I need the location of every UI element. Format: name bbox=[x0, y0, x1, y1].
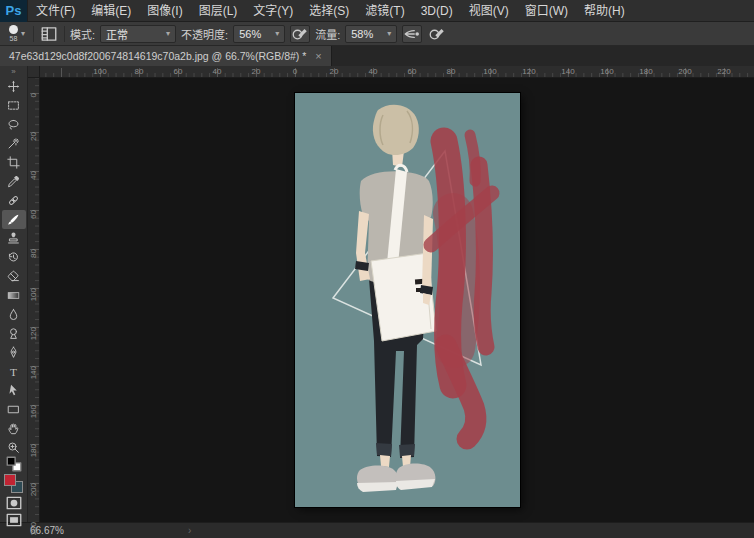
rectangular-marquee-tool[interactable] bbox=[2, 96, 26, 115]
clone-stamp-tool[interactable] bbox=[2, 229, 26, 248]
ruler-label: 200 bbox=[29, 483, 38, 496]
options-bar: 58 ▾ 模式: 正常 ▾ 不透明度: 56% ▾ 流量: 58% ▾ bbox=[0, 22, 754, 46]
document-canvas[interactable] bbox=[295, 93, 520, 507]
toolbar-collapse-button[interactable]: » bbox=[11, 67, 15, 77]
svg-text:T: T bbox=[10, 366, 17, 378]
chevron-down-icon: ▾ bbox=[166, 30, 170, 38]
flow-value: 58% bbox=[351, 28, 373, 40]
ruler-label: 80 bbox=[29, 249, 38, 258]
menu-bar: Ps 文件(F)编辑(E)图像(I)图层(L)文字(Y)选择(S)滤镜(T)3D… bbox=[0, 0, 754, 22]
main-area: » T 100806040200204060801001201401601802… bbox=[0, 66, 754, 522]
flow-label: 流量: bbox=[315, 26, 340, 42]
scrollbar-chevron-icon[interactable]: › bbox=[188, 525, 191, 536]
quick-selection-tool[interactable] bbox=[2, 134, 26, 153]
chevron-down-icon: ▾ bbox=[275, 30, 279, 38]
menu-item[interactable]: 文件(F) bbox=[28, 0, 83, 22]
history-brush-tool[interactable] bbox=[2, 248, 26, 267]
default-colors-icon[interactable] bbox=[4, 457, 24, 471]
dodge-tool[interactable] bbox=[2, 324, 26, 343]
status-bar: 66.67% › bbox=[0, 522, 754, 538]
ruler-label: 60 bbox=[408, 67, 417, 76]
toolbar-extras bbox=[4, 457, 24, 527]
ruler-label: 20 bbox=[29, 132, 38, 141]
menu-item[interactable]: 选择(S) bbox=[301, 0, 357, 22]
ruler-label: 80 bbox=[135, 67, 144, 76]
mode-label: 模式: bbox=[70, 26, 95, 42]
move-tool[interactable] bbox=[2, 77, 26, 96]
lasso-tool[interactable] bbox=[2, 115, 26, 134]
pen-tool[interactable] bbox=[2, 343, 26, 362]
mode-select[interactable]: 正常 ▾ bbox=[100, 25, 176, 43]
chevron-down-icon: ▾ bbox=[21, 30, 25, 38]
artwork-illustration bbox=[295, 93, 520, 507]
brush-preset-picker[interactable]: 58 ▾ bbox=[6, 25, 28, 42]
ruler-label: 120 bbox=[522, 67, 535, 76]
ruler-label: 40 bbox=[29, 171, 38, 180]
brush-tip-preview: 58 bbox=[9, 25, 18, 42]
brush-tool[interactable] bbox=[2, 210, 26, 229]
pressure-size-icon[interactable] bbox=[427, 25, 447, 43]
ruler-label: 140 bbox=[561, 67, 574, 76]
airbrush-icon[interactable] bbox=[402, 25, 422, 43]
ps-logo: Ps bbox=[0, 0, 28, 22]
ruler-label: 100 bbox=[483, 67, 496, 76]
ruler-label: 100 bbox=[29, 288, 38, 301]
ruler-label: 220 bbox=[29, 522, 38, 535]
quick-mask-icon[interactable] bbox=[4, 496, 24, 510]
flow-select[interactable]: 58% ▾ bbox=[345, 25, 397, 43]
document-tab[interactable]: 47e63d129c0d8f200674814619c70a2b.jpg @ 6… bbox=[0, 46, 332, 66]
canvas-area[interactable] bbox=[40, 78, 754, 522]
tool-palette: » T bbox=[0, 66, 28, 522]
menu-item[interactable]: 滤镜(T) bbox=[357, 0, 412, 22]
toggle-brush-panel-icon[interactable] bbox=[39, 25, 59, 43]
close-icon[interactable]: × bbox=[315, 50, 321, 62]
menu-item[interactable]: 编辑(E) bbox=[83, 0, 139, 22]
blur-tool[interactable] bbox=[2, 305, 26, 324]
menu-item[interactable]: 3D(D) bbox=[413, 0, 461, 22]
hand-tool[interactable] bbox=[2, 419, 26, 438]
type-tool[interactable]: T bbox=[2, 362, 26, 381]
menu-item[interactable]: 文字(Y) bbox=[245, 0, 301, 22]
ruler-label: 40 bbox=[213, 67, 222, 76]
opacity-select[interactable]: 56% ▾ bbox=[233, 25, 285, 43]
menu-item[interactable]: 帮助(H) bbox=[576, 0, 633, 22]
color-swatches[interactable] bbox=[4, 474, 23, 493]
ruler-label: 120 bbox=[29, 327, 38, 340]
pressure-opacity-icon[interactable] bbox=[290, 25, 310, 43]
eraser-tool[interactable] bbox=[2, 267, 26, 286]
foreground-color-swatch[interactable] bbox=[4, 474, 16, 486]
ruler-label: 20 bbox=[252, 67, 261, 76]
ruler-label: 180 bbox=[29, 444, 38, 457]
ruler-label: 220 bbox=[717, 67, 730, 76]
brush-tip-icon bbox=[9, 25, 18, 34]
ruler-label: 100 bbox=[93, 67, 106, 76]
gradient-tool[interactable] bbox=[2, 286, 26, 305]
ruler-label: 160 bbox=[29, 405, 38, 418]
ruler-label: 0 bbox=[293, 67, 297, 76]
ruler-corner[interactable] bbox=[28, 66, 40, 78]
eyedropper-tool[interactable] bbox=[2, 172, 26, 191]
divider bbox=[33, 26, 34, 42]
screen-mode-icon[interactable] bbox=[4, 513, 24, 527]
spot-healing-brush-tool[interactable] bbox=[2, 191, 26, 210]
photoshop-window: Ps 文件(F)编辑(E)图像(I)图层(L)文字(Y)选择(S)滤镜(T)3D… bbox=[0, 0, 754, 538]
ruler-label: 160 bbox=[600, 67, 613, 76]
ruler-label: 60 bbox=[174, 67, 183, 76]
rectangle-tool[interactable] bbox=[2, 400, 26, 419]
ruler-label: 20 bbox=[330, 67, 339, 76]
menu-item[interactable]: 图像(I) bbox=[139, 0, 190, 22]
document-tab-bar: 47e63d129c0d8f200674814619c70a2b.jpg @ 6… bbox=[0, 46, 754, 66]
menu-item[interactable]: 窗口(W) bbox=[517, 0, 576, 22]
crop-tool[interactable] bbox=[2, 153, 26, 172]
mode-value: 正常 bbox=[106, 26, 128, 42]
opacity-label: 不透明度: bbox=[181, 26, 228, 42]
brush-size-value: 58 bbox=[10, 35, 18, 42]
ruler-label: 200 bbox=[678, 67, 691, 76]
horizontal-ruler[interactable]: 1008060402002040608010012014016018020022… bbox=[40, 66, 754, 78]
tool-list: T bbox=[2, 77, 26, 457]
menu-item[interactable]: 视图(V) bbox=[461, 0, 517, 22]
ruler-label: 60 bbox=[29, 210, 38, 219]
menu-item[interactable]: 图层(L) bbox=[191, 0, 246, 22]
path-selection-tool[interactable] bbox=[2, 381, 26, 400]
vertical-ruler[interactable]: 020406080100120140160180200220 bbox=[28, 78, 40, 522]
